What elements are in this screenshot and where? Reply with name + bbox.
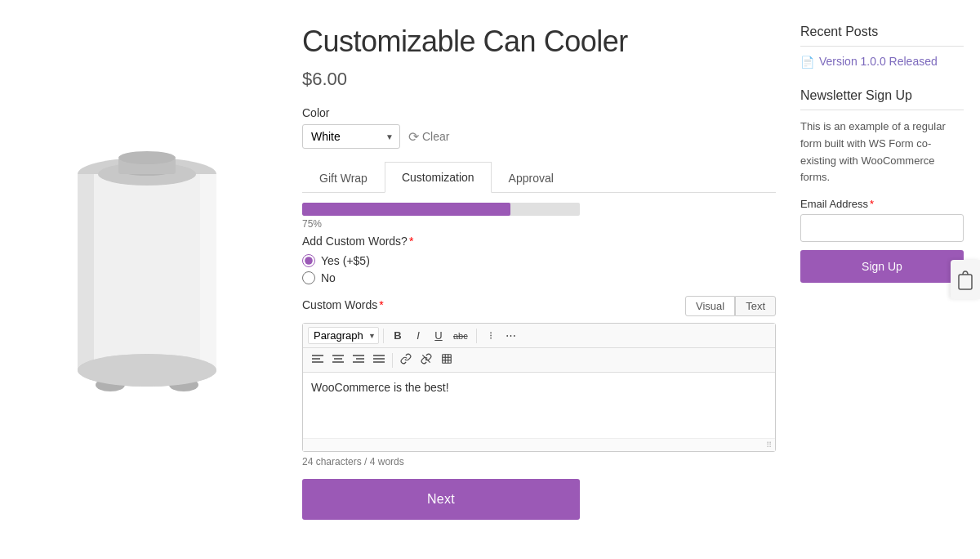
newsletter-section: Newsletter Sign Up This is an example of… [800, 88, 964, 283]
radio-yes-label: Yes (+$5) [321, 254, 370, 267]
refresh-icon: ⟳ [408, 129, 419, 145]
custom-words-section: Custom Words * Visual Text Paragraph [302, 296, 776, 467]
align-right-button[interactable] [349, 351, 368, 369]
editor-toolbar-row2 [303, 348, 775, 373]
resize-handle[interactable]: ⠿ [303, 438, 775, 451]
newsletter-title: Newsletter Sign Up [800, 88, 964, 110]
align-left-button[interactable] [308, 351, 327, 369]
required-star: * [409, 235, 413, 248]
svg-point-8 [118, 151, 176, 164]
clear-button[interactable]: ⟳ Clear [408, 129, 449, 145]
product-title: Customizable Can Cooler [302, 25, 776, 59]
insert-table-button[interactable] [437, 351, 457, 369]
recent-posts-section: Recent Posts 📄 Version 1.0.0 Released [800, 25, 964, 69]
color-select[interactable]: White Black Red Blue Green [302, 124, 400, 149]
product-image-column [16, 16, 278, 528]
custom-words-label: Custom Words * [302, 298, 384, 311]
svg-rect-1 [78, 174, 216, 370]
editor-content-area[interactable]: WooCommerce is the best! [303, 373, 775, 438]
tab-gift-wrap[interactable]: Gift Wrap [302, 162, 385, 193]
numbered-list-button[interactable]: ⋯ [501, 327, 521, 344]
editor-toolbar-row1: Paragraph Heading 1 Heading 2 ▼ B I U ab… [303, 324, 775, 348]
color-select-wrapper[interactable]: White Black Red Blue Green ▼ [302, 124, 400, 149]
radio-yes-input[interactable] [302, 254, 315, 267]
svg-rect-30 [959, 275, 972, 289]
add-custom-words-group: Add Custom Words? * Yes (+$5) No [302, 235, 776, 284]
bullet-list-button[interactable]: ⁝ [481, 327, 501, 344]
product-price: $6.00 [302, 69, 776, 90]
clear-button-label: Clear [422, 130, 449, 143]
product-tabs: Gift Wrap Customization Approval [302, 162, 776, 193]
product-image [41, 133, 253, 411]
radio-no-input[interactable] [302, 271, 315, 284]
color-label: Color [302, 106, 776, 119]
italic-button[interactable]: I [408, 327, 428, 344]
post-link-version[interactable]: 📄 Version 1.0.0 Released [800, 55, 964, 69]
email-required-star: * [870, 198, 874, 210]
custom-words-required-star: * [379, 298, 383, 311]
radio-no-label: No [321, 271, 336, 284]
post-link-label: Version 1.0.0 Released [819, 55, 938, 68]
newsletter-description: This is an example of a regular form bui… [800, 119, 964, 186]
recent-posts-title: Recent Posts [800, 25, 964, 47]
sidebar: Recent Posts 📄 Version 1.0.0 Released Ne… [800, 16, 964, 528]
sign-up-button[interactable]: Sign Up [800, 250, 964, 283]
product-details: Customizable Can Cooler $6.00 Color Whit… [302, 16, 776, 528]
visual-text-toggle: Visual Text [685, 296, 776, 316]
align-toolbar-group [308, 351, 389, 369]
document-icon: 📄 [800, 56, 814, 69]
rich-text-editor: Paragraph Heading 1 Heading 2 ▼ B I U ab… [302, 323, 776, 452]
format-toolbar-group: B I U abc [388, 327, 472, 344]
progress-container: 75% [302, 203, 776, 230]
strikethrough-button[interactable]: abc [449, 329, 472, 343]
character-count: 24 characters / 4 words [302, 456, 776, 467]
cart-icon-area[interactable] [951, 260, 980, 299]
toolbar-divider-3 [392, 353, 393, 368]
align-center-button[interactable] [328, 351, 348, 369]
visual-toggle-button[interactable]: Visual [685, 296, 735, 316]
svg-rect-25 [443, 355, 452, 364]
list-toolbar-group: ⁝ ⋯ [481, 327, 521, 344]
svg-point-11 [78, 354, 216, 387]
paragraph-select[interactable]: Paragraph Heading 1 Heading 2 [308, 327, 379, 344]
progress-label: 75% [302, 218, 776, 230]
bold-button[interactable]: B [388, 327, 408, 344]
progress-bar-background [302, 203, 580, 216]
underline-button[interactable]: U [429, 327, 448, 344]
paragraph-select-wrapper[interactable]: Paragraph Heading 1 Heading 2 ▼ [308, 327, 379, 344]
radio-yes[interactable]: Yes (+$5) [302, 254, 776, 267]
svg-rect-9 [78, 174, 94, 370]
color-row: White Black Red Blue Green ▼ ⟳ Clear [302, 124, 776, 149]
insert-link-button[interactable] [396, 351, 416, 369]
email-address-label: Email Address * [800, 198, 964, 210]
add-custom-words-label: Add Custom Words? * [302, 235, 776, 248]
tab-customization[interactable]: Customization [385, 162, 492, 193]
remove-link-button[interactable] [416, 351, 436, 369]
editor-content-text: WooCommerce is the best! [311, 381, 449, 394]
svg-line-24 [422, 355, 430, 362]
shopping-bag-icon [956, 268, 975, 291]
toolbar-divider-2 [476, 329, 477, 343]
align-justify-button[interactable] [369, 351, 389, 369]
link-toolbar-group [396, 351, 457, 369]
radio-no[interactable]: No [302, 271, 776, 284]
toolbar-divider-1 [383, 329, 384, 343]
text-toggle-button[interactable]: Text [735, 296, 776, 316]
svg-rect-10 [200, 174, 216, 370]
email-input[interactable] [800, 214, 964, 242]
tab-approval[interactable]: Approval [492, 162, 571, 193]
next-button[interactable]: Next [302, 479, 580, 520]
progress-bar-fill [302, 203, 510, 216]
